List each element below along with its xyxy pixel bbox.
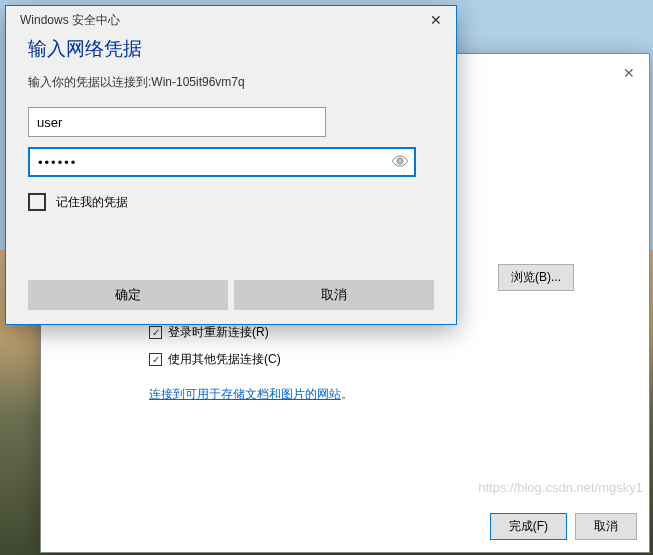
dialog-titlebar: Windows 安全中心 ✕: [6, 6, 456, 30]
reconnect-checkbox-label: 登录时重新连接(R): [168, 324, 269, 341]
dialog-heading: 输入网络凭据: [28, 36, 434, 62]
remember-checkbox[interactable]: [28, 193, 46, 211]
website-link[interactable]: 连接到可用于存储文档和图片的网站: [149, 387, 341, 401]
period-text: 。: [341, 387, 353, 401]
remember-checkbox-label: 记住我的凭据: [56, 194, 128, 211]
reveal-password-icon[interactable]: [392, 154, 408, 170]
credential-dialog: Windows 安全中心 ✕ 输入网络凭据 输入你的凭据以连接到:Win-105…: [5, 5, 457, 325]
password-input[interactable]: [28, 147, 416, 177]
cancel-button[interactable]: 取消: [575, 513, 637, 540]
different-credentials-checkbox-row[interactable]: 使用其他凭据连接(C): [149, 351, 629, 368]
username-input[interactable]: [28, 107, 326, 137]
different-credentials-checkbox-label: 使用其他凭据连接(C): [168, 351, 281, 368]
reconnect-checkbox-row[interactable]: 登录时重新连接(R): [149, 324, 629, 341]
checkbox-icon[interactable]: [149, 353, 162, 366]
browse-button[interactable]: 浏览(B)...: [498, 264, 574, 291]
checkbox-icon[interactable]: [149, 326, 162, 339]
finish-button[interactable]: 完成(F): [490, 513, 567, 540]
close-icon[interactable]: ✕: [621, 66, 637, 82]
cancel-button[interactable]: 取消: [234, 280, 434, 310]
dialog-title: Windows 安全中心: [20, 12, 120, 29]
dialog-subtext: 输入你的凭据以连接到:Win-105it96vm7q: [28, 74, 434, 91]
ok-button[interactable]: 确定: [28, 280, 228, 310]
close-icon[interactable]: ✕: [416, 8, 456, 32]
